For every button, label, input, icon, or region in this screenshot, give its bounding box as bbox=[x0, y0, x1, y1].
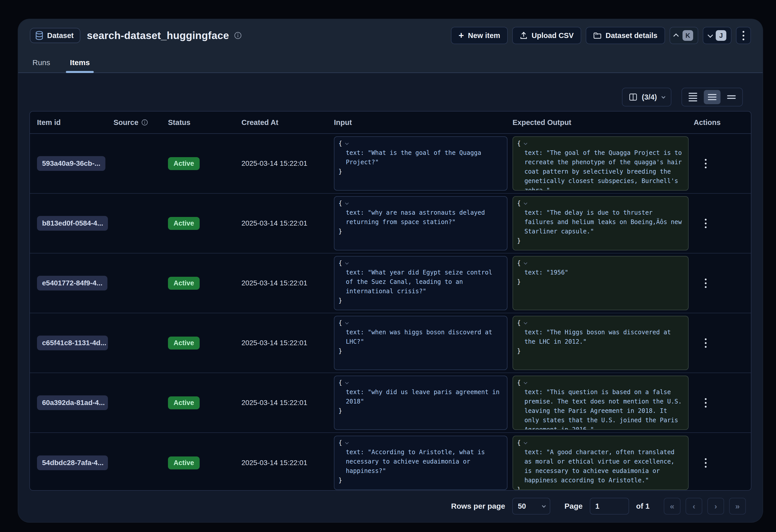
collapse-chevron-icon[interactable] bbox=[345, 201, 349, 205]
info-icon bbox=[141, 119, 148, 126]
item-id-pill[interactable]: 593a40a9-36cb-... bbox=[37, 156, 106, 171]
table-row: 60a392da-81ad-4... Active 2025-03-14 15:… bbox=[30, 373, 751, 433]
table-row: e5401772-84f9-4... Active 2025-03-14 15:… bbox=[30, 253, 751, 313]
collapse-chevron-icon[interactable] bbox=[345, 381, 349, 384]
kebab-menu-icon bbox=[741, 31, 746, 40]
expected-output-json-cell[interactable]: { text: "A good character, often transla… bbox=[513, 436, 689, 490]
row-actions-button[interactable] bbox=[694, 338, 751, 348]
collapse-chevron-icon[interactable] bbox=[524, 261, 528, 264]
status-badge: Active bbox=[168, 157, 200, 170]
item-id-pill[interactable]: 60a392da-81ad-4... bbox=[37, 395, 108, 410]
item-id-pill[interactable]: b813ed0f-0584-4... bbox=[37, 216, 108, 231]
collapse-chevron-icon[interactable] bbox=[345, 261, 349, 264]
rows-per-page-value: 50 bbox=[518, 502, 526, 510]
upload-csv-label: Upload CSV bbox=[532, 31, 574, 40]
collapse-chevron-icon[interactable] bbox=[345, 321, 349, 324]
tab-items-label: Items bbox=[70, 58, 90, 67]
collapse-chevron-icon[interactable] bbox=[345, 141, 349, 145]
pagination-bar: Rows per page 50 Page of 1 « ‹ › » bbox=[18, 491, 763, 522]
column-header-input: Input bbox=[334, 118, 513, 127]
status-badge: Active bbox=[168, 396, 200, 409]
expected-output-json-cell[interactable]: { text: "This question is based on a fal… bbox=[513, 376, 689, 430]
page-number-input[interactable] bbox=[590, 498, 629, 515]
next-page-button[interactable]: › bbox=[707, 498, 724, 515]
collapse-chevron-icon[interactable] bbox=[524, 141, 528, 145]
table-row: 54dbdc28-7afa-4... Active 2025-03-14 15:… bbox=[30, 433, 751, 491]
dataset-details-label: Dataset details bbox=[605, 31, 657, 40]
collapse-chevron-icon[interactable] bbox=[524, 381, 528, 384]
input-json-cell[interactable]: { text: "why did us leave paris agreemen… bbox=[334, 376, 508, 430]
shortcut-key-j: J bbox=[716, 30, 726, 41]
created-at-value: 2025-03-14 15:22:01 bbox=[241, 399, 334, 407]
last-page-button[interactable]: » bbox=[729, 498, 746, 515]
four-lines-icon bbox=[689, 93, 697, 102]
tab-runs[interactable]: Runs bbox=[30, 58, 53, 72]
density-compact-option[interactable] bbox=[685, 90, 701, 104]
two-lines-icon bbox=[727, 95, 736, 99]
upload-csv-button[interactable]: Upload CSV bbox=[512, 27, 581, 44]
column-header-item-id: Item id bbox=[30, 118, 114, 127]
input-json-cell[interactable]: { text: "What year did Egypt seize contr… bbox=[334, 256, 508, 310]
density-medium-option[interactable] bbox=[704, 90, 721, 104]
active-tab-underline bbox=[66, 71, 94, 73]
status-badge: Active bbox=[168, 457, 200, 470]
created-at-value: 2025-03-14 15:22:01 bbox=[241, 459, 334, 467]
status-badge: Active bbox=[168, 217, 200, 230]
more-options-button[interactable] bbox=[736, 27, 751, 44]
new-item-button[interactable]: + New item bbox=[451, 27, 508, 44]
item-id-pill[interactable]: 54dbdc28-7afa-4... bbox=[37, 456, 108, 470]
item-id-pill[interactable]: c65f41c8-1131-4d... bbox=[37, 336, 108, 350]
expected-output-json-cell[interactable]: { text: "The delay is due to thruster fa… bbox=[513, 196, 689, 250]
prev-shortcut-button[interactable]: K bbox=[669, 27, 698, 44]
input-json-cell[interactable]: { text: "when was higgs boson discoverd … bbox=[334, 316, 508, 370]
expected-json-text: text: "The goal of the Quagga Project is… bbox=[517, 148, 684, 191]
input-json-text: text: "What year did Egypt seize control… bbox=[339, 268, 503, 296]
row-actions-button[interactable] bbox=[694, 458, 751, 468]
input-json-cell[interactable]: { text: "According to Aristotle, what is… bbox=[334, 436, 508, 490]
first-page-button[interactable]: « bbox=[664, 498, 681, 515]
dataset-badge-label: Dataset bbox=[47, 31, 74, 40]
status-badge: Active bbox=[168, 277, 200, 290]
row-actions-button[interactable] bbox=[694, 398, 751, 407]
previous-page-button[interactable]: ‹ bbox=[686, 498, 702, 515]
three-lines-icon bbox=[708, 94, 717, 100]
collapse-chevron-icon[interactable] bbox=[524, 201, 528, 205]
info-icon[interactable] bbox=[234, 32, 242, 39]
collapse-chevron-icon[interactable] bbox=[345, 441, 349, 444]
database-icon bbox=[35, 31, 44, 40]
expected-output-json-cell[interactable]: { text: "1956" } bbox=[513, 256, 689, 310]
column-header-actions: Actions bbox=[694, 118, 751, 127]
view-controls: (3/4) bbox=[622, 88, 743, 107]
upload-icon bbox=[520, 31, 528, 39]
plus-icon: + bbox=[458, 31, 464, 40]
expected-output-json-cell[interactable]: { text: "The goal of the Quagga Project … bbox=[513, 136, 689, 191]
row-actions-button[interactable] bbox=[694, 279, 751, 288]
tab-runs-label: Runs bbox=[32, 58, 50, 67]
header: Dataset search-dataset_huggingface + New… bbox=[18, 19, 763, 73]
rows-per-page-select[interactable]: 50 bbox=[512, 498, 550, 515]
expected-json-text: text: "A good character, often translate… bbox=[517, 448, 684, 485]
input-json-cell[interactable]: { text: "why are nasa astronauts delayed… bbox=[334, 196, 508, 250]
expected-output-json-cell[interactable]: { text: "The Higgs boson was discovered … bbox=[513, 316, 689, 370]
column-picker-button[interactable]: (3/4) bbox=[622, 88, 671, 107]
collapse-chevron-icon[interactable] bbox=[524, 441, 528, 444]
table-row: 593a40a9-36cb-... Active 2025-03-14 15:2… bbox=[30, 134, 751, 194]
rows-per-page-label: Rows per page bbox=[451, 502, 505, 510]
new-item-label: New item bbox=[468, 31, 500, 40]
item-id-pill[interactable]: e5401772-84f9-4... bbox=[37, 276, 108, 291]
collapse-chevron-icon[interactable] bbox=[524, 321, 528, 324]
dataset-details-button[interactable]: Dataset details bbox=[586, 27, 665, 44]
input-json-cell[interactable]: { text: "What is the goal of the Quagga … bbox=[334, 136, 508, 191]
row-actions-button[interactable] bbox=[694, 219, 751, 228]
expected-json-text: text: "The Higgs boson was discovered at… bbox=[517, 328, 684, 346]
created-at-value: 2025-03-14 15:22:01 bbox=[241, 279, 334, 287]
row-actions-button[interactable] bbox=[694, 159, 751, 168]
density-tall-option[interactable] bbox=[723, 90, 740, 104]
created-at-value: 2025-03-14 15:22:01 bbox=[241, 159, 334, 168]
tab-items[interactable]: Items bbox=[67, 58, 92, 72]
page-label: Page bbox=[564, 502, 583, 510]
app-window: Dataset search-dataset_huggingface + New… bbox=[18, 19, 763, 522]
chevron-down-icon bbox=[542, 504, 546, 508]
next-shortcut-button[interactable]: J bbox=[703, 27, 731, 44]
chevron-up-icon bbox=[673, 33, 679, 39]
